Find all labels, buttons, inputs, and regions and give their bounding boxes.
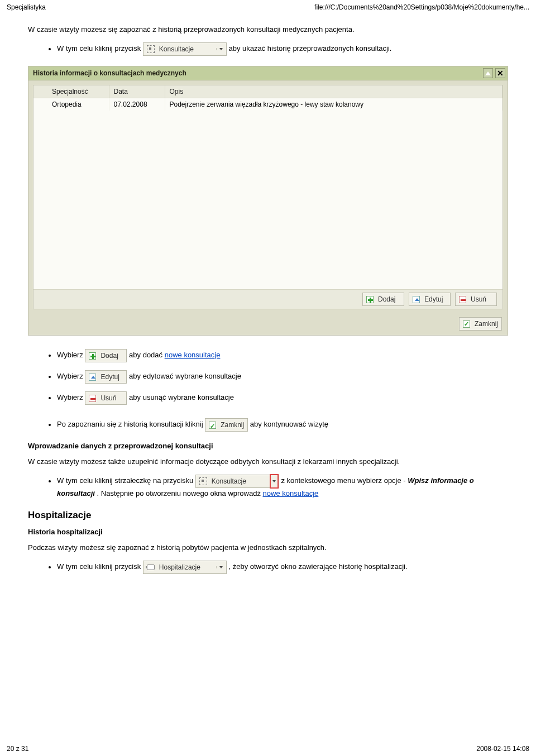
- minus-icon: [89, 395, 96, 402]
- col-specjalnosc[interactable]: Specjalność: [47, 85, 109, 98]
- consult-table: Specjalność Data Opis Ortopedia 07.02.20…: [34, 85, 502, 111]
- bullet-edit: Wybierz Edytuj aby edytować wybrane kons…: [57, 370, 508, 384]
- browser-header: Specjalistyka file:///C:/Documents%20and…: [0, 0, 536, 13]
- add-button-inline[interactable]: Dodaj: [85, 349, 127, 362]
- highlighted-dropdown[interactable]: [270, 474, 279, 489]
- bullet-list-4: W tym celu kliknij przycisk Hospitalizac…: [28, 561, 508, 574]
- header-right: file:///C:/Documents%20and%20Settings/p0…: [314, 3, 529, 11]
- minus-icon: [459, 296, 466, 303]
- page-number: 20 z 31: [7, 745, 28, 753]
- bullet-list-2: Wybierz Dodaj aby dodać nowe konsultacje…: [28, 349, 508, 432]
- dropdown-arrow-icon[interactable]: [216, 48, 223, 50]
- label: Edytuj: [100, 372, 119, 382]
- bullet-hosp: W tym celu kliknij przycisk Hospitalizac…: [57, 561, 508, 574]
- grid-empty-area: [34, 111, 502, 289]
- edit-button[interactable]: Edytuj: [409, 293, 451, 306]
- konsultacje-icon: [199, 477, 207, 485]
- table-row[interactable]: Ortopedia 07.02.2008 Podejrzenie zerwani…: [34, 98, 502, 111]
- historia-hosp-subheading: Historia hospitalizacji: [28, 528, 508, 536]
- text: . Następnie po otworzeniu nowego okna wp…: [97, 489, 263, 497]
- bullet-list-3: W tym celu kliknij strzałeczkę na przyci…: [28, 475, 508, 500]
- edit-button-label: Edytuj: [424, 295, 443, 303]
- add-button-label: Dodaj: [378, 295, 395, 303]
- label: Konsultacje: [212, 476, 246, 487]
- panel-footer: Zamknij: [28, 314, 508, 335]
- grid-toolbar: Dodaj Edytuj Usuń: [34, 289, 502, 309]
- label: Dodaj: [100, 351, 118, 361]
- col-opis[interactable]: Opis: [165, 85, 502, 98]
- cell-date: 07.02.2008: [109, 98, 165, 111]
- plus-icon: [89, 352, 96, 360]
- text: aby ukazać historię przeprowadzonych kon…: [228, 45, 391, 53]
- consult-grid: Specjalność Data Opis Ortopedia 07.02.20…: [33, 85, 503, 309]
- bullet-delete: Wybierz Usuń aby usunąć wybrane konsulta…: [57, 391, 508, 405]
- delete-button[interactable]: Usuń: [455, 293, 497, 306]
- check-icon: [209, 422, 216, 429]
- chevron-down-icon: [272, 480, 276, 482]
- wprowadzanie-heading: Wprowadzanie danych z przeprowadzonej ko…: [28, 442, 508, 450]
- timestamp: 2008-02-15 14:08: [476, 745, 529, 753]
- hospitalizacje-button[interactable]: Hospitalizacje: [143, 561, 227, 574]
- page-footer: 20 z 31 2008-02-15 14:08: [7, 745, 529, 753]
- text: aby kontynuować wizytę: [250, 420, 328, 429]
- label: Usuń: [100, 393, 116, 404]
- text: z kontekstowego menu wybierz opcje -: [281, 477, 408, 485]
- konsultacje-icon: [147, 45, 155, 53]
- konsultacje-button[interactable]: Konsultacje: [143, 42, 227, 56]
- close-button-label: Zamknij: [475, 320, 498, 328]
- close-button[interactable]: Zamknij: [459, 317, 502, 331]
- text: Wybierz: [57, 372, 85, 381]
- konsultacje-button-2[interactable]: Konsultacje: [195, 475, 279, 488]
- add-button[interactable]: Dodaj: [362, 293, 404, 306]
- col-data[interactable]: Data: [109, 85, 165, 98]
- close-icon: ✕: [497, 69, 504, 77]
- text: aby usunąć wybrane konsultacje: [129, 394, 234, 402]
- text: , żeby otworzyć okno zawierające histori…: [228, 563, 407, 571]
- text: Po zapoznaniu się z historią konsultacji…: [57, 420, 205, 429]
- bullet-close: Po zapoznaniu się z historią konsultacji…: [57, 418, 508, 432]
- panel-close-button[interactable]: ✕: [495, 68, 505, 78]
- intro-paragraph: W czasie wizyty możesz się zapoznać z hi…: [28, 25, 508, 35]
- text: W tym celu kliknij przycisk: [57, 45, 143, 53]
- col-blank: [34, 85, 47, 98]
- panel-controls: ✕: [483, 68, 505, 78]
- dropdown-arrow-icon[interactable]: [216, 566, 223, 568]
- text: aby edytować wybrane konsultacje: [129, 372, 241, 381]
- header-left: Specjalistyka: [7, 3, 46, 11]
- label: Zamknij: [221, 420, 244, 430]
- edit-icon: [413, 296, 420, 303]
- panel-body: Specjalność Data Opis Ortopedia 07.02.20…: [28, 80, 508, 314]
- edit-button-inline[interactable]: Edytuj: [85, 370, 127, 384]
- delete-button-label: Usuń: [471, 295, 486, 303]
- text: W tym celu kliknij strzałeczkę na przyci…: [57, 477, 195, 485]
- edit-icon: [89, 374, 96, 381]
- bullet-list-1: W tym celu kliknij przycisk Konsultacje …: [28, 42, 508, 56]
- bullet-add: Wybierz Dodaj aby dodać nowe konsultacje: [57, 349, 508, 362]
- bullet-click-konsultacje: W tym celu kliknij przycisk Konsultacje …: [57, 42, 508, 56]
- wprowadzanie-para: W czasie wizyty możesz także uzupełnić i…: [28, 457, 508, 467]
- konsultacje-button-label: Konsultacje: [159, 44, 194, 55]
- chevron-up-icon: [485, 71, 491, 75]
- close-button-inline[interactable]: Zamknij: [205, 418, 248, 432]
- cell-spec: Ortopedia: [47, 98, 109, 111]
- bullet-arrow: W tym celu kliknij strzałeczkę na przyci…: [57, 475, 508, 500]
- panel-collapse-button[interactable]: [483, 68, 493, 78]
- cell-desc: Podejrzenie zerwania więzadła krzyżowego…: [165, 98, 502, 111]
- new-consult-link[interactable]: nowe konsultacje: [165, 351, 221, 360]
- page: Specjalistyka file:///C:/Documents%20and…: [0, 0, 536, 756]
- plus-icon: [366, 296, 374, 303]
- check-icon: [463, 320, 470, 328]
- text: W tym celu kliknij przycisk: [57, 563, 143, 571]
- delete-button-inline[interactable]: Usuń: [85, 391, 127, 405]
- panel-titlebar: Historia informacji o konsultacjach medy…: [28, 66, 508, 80]
- hospitalizacje-heading: Hospitalizacje: [28, 510, 508, 521]
- label: Hospitalizacje: [159, 562, 200, 573]
- text: aby dodać: [129, 351, 165, 360]
- text: Wybierz: [57, 394, 85, 402]
- content: W czasie wizyty możesz się zapoznać z hi…: [0, 13, 536, 574]
- panel-title-text: Historia informacji o konsultacjach medy…: [33, 69, 186, 77]
- history-panel: Historia informacji o konsultacjach medy…: [28, 66, 508, 336]
- text: Wybierz: [57, 351, 85, 360]
- hosp-para: Podczas wizyty możesz się zapoznać z his…: [28, 543, 508, 553]
- new-consult-link-2[interactable]: nowe konsultacje: [263, 489, 319, 497]
